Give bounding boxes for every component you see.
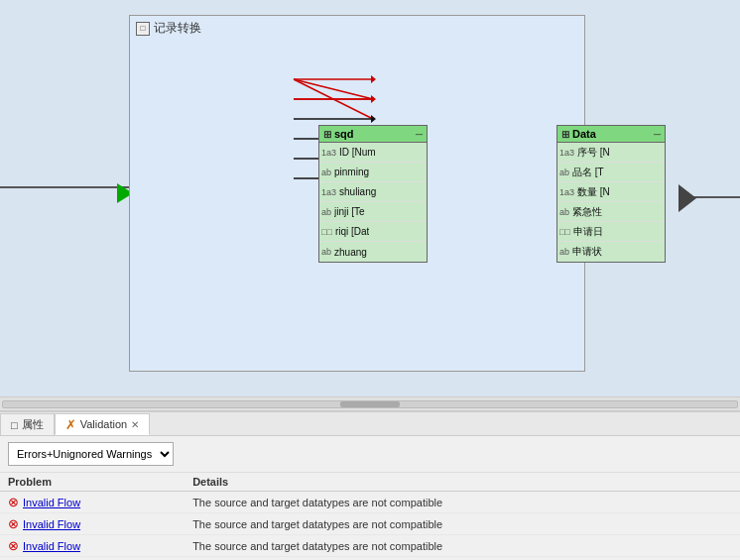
validation-table: Problem Details ⊗ Invalid Flow The sourc… <box>0 473 740 557</box>
problem-cell: ⊗ Invalid Flow <box>0 492 185 513</box>
error-icon: ⊗ <box>8 516 19 531</box>
field-name-label: ID [Num <box>339 147 376 158</box>
scrollbar-track[interactable] <box>2 400 738 408</box>
field-name-label: 申请状 <box>572 245 602 259</box>
field-name-label: 品名 [T <box>572 166 604 179</box>
record-transform-label: 记录转换 <box>154 20 201 37</box>
field-type-icon: □□ <box>321 227 332 237</box>
tab-properties-label: 属性 <box>22 417 44 432</box>
bottom-panel: □ 属性 ✗ Validation ✕ Errors+Unignored War… <box>0 410 740 557</box>
filter-select[interactable]: Errors+Unignored Warnings All Errors Onl… <box>8 442 174 466</box>
sqd-field-row: abpinming <box>319 163 427 182</box>
field-name-label: 紧急性 <box>572 205 602 219</box>
field-type-icon: 1a3 <box>321 148 336 158</box>
field-type-icon: ab <box>321 207 331 217</box>
tab-properties[interactable]: □ 属性 <box>0 413 55 435</box>
scrollbar-thumb[interactable] <box>340 401 400 407</box>
field-type-icon: 1a3 <box>321 187 336 197</box>
problem-link[interactable]: Invalid Flow <box>23 518 80 530</box>
validation-icon: ✗ <box>65 417 76 432</box>
tab-validation[interactable]: ✗ Validation ✕ <box>55 413 151 435</box>
data-table-name: Data <box>572 128 596 140</box>
field-type-icon: 1a3 <box>559 187 574 197</box>
sqd-field-row: 1a3shuliang <box>319 182 427 202</box>
field-name-label: riqi [Dat <box>335 226 369 237</box>
problem-link[interactable]: Invalid Flow <box>23 497 80 508</box>
sqd-table-name: sqd <box>334 128 354 140</box>
main-canvas: □ 记录转换 <box>0 0 740 396</box>
tabs-bar: □ 属性 ✗ Validation ✕ <box>0 412 740 436</box>
problem-cell: ⊗ Invalid Flow <box>0 513 185 535</box>
data-field-row: 1a3数量 [N <box>557 182 665 202</box>
field-name-label: 数量 [N <box>577 185 610 199</box>
properties-icon: □ <box>11 419 18 431</box>
validation-toolbar: Errors+Unignored Warnings All Errors Onl… <box>0 436 740 473</box>
field-type-icon: ab <box>321 168 331 177</box>
svg-marker-12 <box>371 115 376 123</box>
sqd-field-row: 1a3ID [Num <box>319 143 427 163</box>
sqd-field-row: abzhuang <box>319 242 427 262</box>
field-name-label: pinming <box>334 167 369 177</box>
table-sqd-header: ⊞ sqd ─ <box>319 126 427 143</box>
tab-validation-close[interactable]: ✕ <box>131 419 139 430</box>
details-cell: The source and target datatypes are not … <box>185 535 740 557</box>
validation-row: ⊗ Invalid Flow The source and target dat… <box>0 513 740 535</box>
data-field-row: ab申请状 <box>557 242 665 262</box>
validation-row: ⊗ Invalid Flow The source and target dat… <box>0 535 740 557</box>
problem-link[interactable]: Invalid Flow <box>23 540 80 552</box>
sqd-minimize-btn[interactable]: ─ <box>416 129 423 140</box>
tab-validation-label: Validation <box>80 418 128 430</box>
col-details: Details <box>185 473 740 492</box>
data-minimize-btn[interactable]: ─ <box>654 129 661 140</box>
field-type-icon: □□ <box>559 227 570 237</box>
sqd-field-row: abjinji [Te <box>319 202 427 222</box>
data-field-row: 1a3序号 [N <box>557 143 665 163</box>
details-cell: The source and target datatypes are not … <box>185 492 740 513</box>
details-cell: The source and target datatypes are not … <box>185 513 740 535</box>
error-icon: ⊗ <box>8 538 19 553</box>
left-line <box>0 186 129 188</box>
field-type-icon: 1a3 <box>559 148 574 158</box>
validation-body: ⊗ Invalid Flow The source and target dat… <box>0 492 740 557</box>
svg-line-3 <box>294 79 373 99</box>
validation-row: ⊗ Invalid Flow The source and target dat… <box>0 492 740 513</box>
sqd-rows: 1a3ID [Numabpinming1a3shuliangabjinji [T… <box>319 143 427 262</box>
data-field-row: ab品名 [T <box>557 163 665 182</box>
field-type-icon: ab <box>321 247 331 257</box>
field-name-label: zhuang <box>334 247 367 258</box>
sqd-table-icon: ⊞ <box>323 129 331 140</box>
field-name-label: shuliang <box>339 186 376 197</box>
field-name-label: 序号 [N <box>577 146 610 160</box>
data-field-row: ab紧急性 <box>557 202 665 222</box>
record-transform-container: □ 记录转换 <box>129 15 585 372</box>
sqd-field-row: □□riqi [Dat <box>319 222 427 242</box>
table-sqd: ⊞ sqd ─ 1a3ID [Numabpinming1a3shuliangab… <box>318 125 428 263</box>
table-data: ⊞ Data ─ 1a3序号 [Nab品名 [T1a3数量 [Nab紧急性□□申… <box>556 125 666 263</box>
svg-line-4 <box>294 79 373 119</box>
col-problem: Problem <box>0 473 185 492</box>
canvas-scrollbar[interactable] <box>0 396 740 410</box>
field-type-icon: ab <box>559 207 569 217</box>
error-icon: ⊗ <box>8 495 19 509</box>
rt-icon: □ <box>136 22 150 36</box>
svg-marker-10 <box>371 75 376 83</box>
table-data-header: ⊞ Data ─ <box>557 126 665 143</box>
problem-cell: ⊗ Invalid Flow <box>0 535 185 557</box>
field-type-icon: ab <box>559 247 569 257</box>
record-transform-title: □ 记录转换 <box>130 16 584 41</box>
svg-marker-0 <box>678 184 696 212</box>
svg-marker-11 <box>371 95 376 103</box>
data-table-icon: ⊞ <box>561 129 569 140</box>
field-name-label: 申请日 <box>573 225 603 239</box>
right-arrow <box>678 184 698 212</box>
field-name-label: jinji [Te <box>334 206 365 217</box>
field-type-icon: ab <box>559 168 569 177</box>
data-field-row: □□申请日 <box>557 222 665 242</box>
data-rows: 1a3序号 [Nab品名 [T1a3数量 [Nab紧急性□□申请日ab申请状 <box>557 143 665 262</box>
